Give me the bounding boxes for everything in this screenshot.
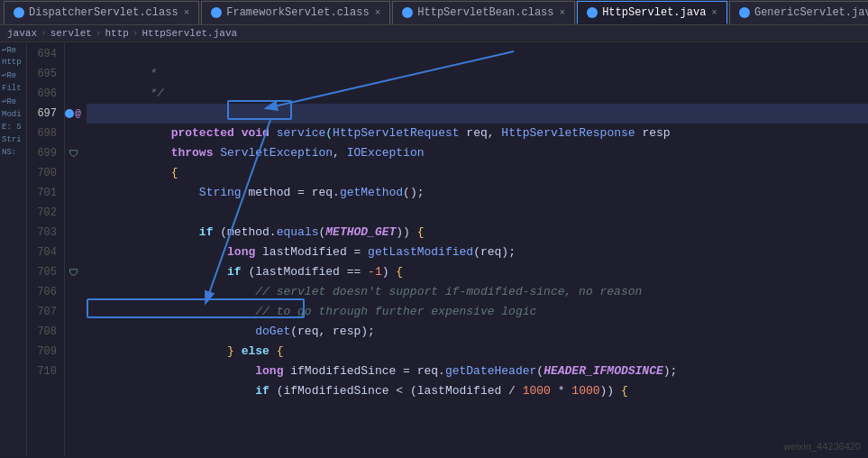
- gutter-696: [65, 84, 81, 104]
- line-numbers: 694 695 696 697 698 699 700 701 702 703 …: [27, 42, 65, 455]
- gutter-697: @: [65, 104, 81, 124]
- code-line-710: if (ifModifiedSince < (lastModified / 10…: [87, 362, 868, 381]
- watermark: weixin_44236420: [783, 441, 861, 452]
- line-num-706: 706: [27, 282, 57, 302]
- line-num-698: 698: [27, 124, 57, 143]
- code-line-695: */: [87, 64, 868, 84]
- breadcrumb-part-servlet[interactable]: servlet: [50, 28, 92, 39]
- code-line-697: protected void service(HttpServletReques…: [87, 104, 868, 124]
- line-num-710: 710: [27, 362, 57, 381]
- sidebar-item-ns[interactable]: NS:: [0, 146, 25, 159]
- line-num-705: 705: [27, 262, 57, 282]
- code-line-705: // servlet doesn't support if-modified-s…: [87, 262, 868, 282]
- tab-label-genericservlet: GenericServlet.java: [754, 6, 868, 19]
- code-gutter: @ 🛡 🛡: [65, 42, 81, 455]
- code-line-700: String method = req.getMethod();: [87, 163, 868, 183]
- gutter-703: [65, 223, 81, 243]
- code-line-704: if (lastModified == -1) {: [87, 243, 868, 262]
- gutter-709: [65, 342, 81, 362]
- tab-label-httpservlet: HttpServlet.java: [602, 6, 706, 19]
- line-num-703: 703: [27, 223, 57, 243]
- gutter-707: [65, 302, 81, 322]
- breadcrumb: javax › servlet › http › HttpServlet.jav…: [0, 25, 868, 42]
- tab-label-httpservletbean: HttpServletBean.class: [417, 6, 553, 19]
- code-line-699: {: [87, 143, 868, 163]
- sidebar-item-modi[interactable]: Modi: [0, 108, 25, 121]
- code-content[interactable]: * */ protected void service(HttpServletR…: [81, 42, 868, 455]
- shield-icon-705: 🛡: [69, 267, 78, 279]
- tab-icon-httpservlet: [587, 7, 598, 18]
- tab-close-dispatcher[interactable]: ×: [184, 7, 190, 18]
- breadcrumb-part-file[interactable]: HttpServlet.java: [142, 28, 237, 39]
- gutter-695: [65, 64, 81, 84]
- sidebar-item-estr[interactable]: E: S: [0, 121, 25, 133]
- tab-close-httpservlet[interactable]: ×: [711, 7, 717, 18]
- tab-close-httpservletbean[interactable]: ×: [560, 7, 566, 18]
- breakpoint-697[interactable]: [65, 109, 74, 118]
- gutter-706: [65, 282, 81, 302]
- tab-close-framework[interactable]: ×: [375, 7, 381, 18]
- editor-layout: ↩Re Http ↩Re Filt ↩Re Modi E: S Stri NS:…: [0, 42, 868, 455]
- left-sidebar: ↩Re Http ↩Re Filt ↩Re Modi E: S Stri NS:: [0, 42, 27, 455]
- line-num-702: 702: [27, 203, 57, 223]
- sidebar-item-re2[interactable]: ↩Re: [0, 69, 25, 82]
- line-num-694: 694: [27, 44, 57, 64]
- tab-icon-genericservlet: [739, 7, 750, 18]
- tab-dispatcher[interactable]: DispatcherServlet.class ×: [4, 1, 199, 24]
- tab-label-framework: FrameworkServlet.class: [226, 6, 369, 19]
- code-line-696: [87, 84, 868, 104]
- gutter-705: 🛡: [65, 262, 81, 282]
- code-line-694: *: [87, 44, 868, 64]
- tab-framework[interactable]: FrameworkServlet.class ×: [201, 1, 390, 24]
- line-num-700: 700: [27, 163, 57, 183]
- gutter-698: [65, 124, 81, 143]
- line-num-699: 699: [27, 143, 57, 163]
- gutter-702: [65, 203, 81, 223]
- line-num-707: 707: [27, 302, 57, 322]
- sidebar-item-filt[interactable]: Filt: [0, 82, 25, 95]
- tab-genericservlet[interactable]: GenericServlet.java ×: [729, 1, 868, 24]
- sidebar-item-http[interactable]: Http: [0, 56, 25, 69]
- code-line-702: if (method.equals(METHOD_GET)) {: [87, 203, 868, 223]
- shield-icon-699: 🛡: [69, 148, 78, 160]
- breadcrumb-part-http[interactable]: http: [105, 28, 128, 39]
- code-line-708: } else {: [87, 322, 868, 342]
- gutter-699: 🛡: [65, 143, 81, 163]
- gutter-701: [65, 183, 81, 203]
- gutter-704: [65, 243, 81, 262]
- tab-label-dispatcher: DispatcherServlet.class: [29, 6, 178, 19]
- tab-icon-dispatcher: [14, 7, 24, 18]
- code-line-709: long ifModifiedSince = req.getDateHeader…: [87, 342, 868, 362]
- line-num-695: 695: [27, 64, 57, 84]
- tab-httpservlet[interactable]: HttpServlet.java ×: [577, 1, 727, 24]
- code-area[interactable]: 694 695 696 697 698 699 700 701 702 703 …: [27, 42, 868, 455]
- breadcrumb-part-javax[interactable]: javax: [7, 28, 37, 39]
- gutter-700: [65, 163, 81, 183]
- tab-bar: DispatcherServlet.class × FrameworkServl…: [0, 0, 868, 25]
- tab-icon-framework: [211, 7, 222, 18]
- annotation-marker-697: @: [75, 108, 81, 119]
- gutter-710: [65, 362, 81, 381]
- code-line-703: long lastModified = getLastModified(req)…: [87, 223, 868, 243]
- sidebar-item-re3[interactable]: ↩Re: [0, 95, 25, 108]
- sidebar-item-stri[interactable]: Stri: [0, 133, 25, 146]
- line-num-704: 704: [27, 243, 57, 262]
- code-line-706: // to go through further expensive logic: [87, 282, 868, 302]
- sidebar-item-re1[interactable]: ↩Re: [0, 44, 25, 56]
- line-num-709: 709: [27, 342, 57, 362]
- code-line-698: throws ServletException, IOException: [87, 124, 868, 143]
- tab-icon-httpservletbean: [402, 7, 413, 18]
- line-num-701: 701: [27, 183, 57, 203]
- line-num-696: 696: [27, 84, 57, 104]
- code-line-707: doGet(req, resp);: [87, 302, 868, 322]
- line-num-708: 708: [27, 322, 57, 342]
- gutter-708: [65, 322, 81, 342]
- line-num-697: 697: [27, 104, 57, 124]
- tab-httpservletbean[interactable]: HttpServletBean.class ×: [392, 1, 575, 24]
- code-line-701: [87, 183, 868, 203]
- gutter-694: [65, 44, 81, 64]
